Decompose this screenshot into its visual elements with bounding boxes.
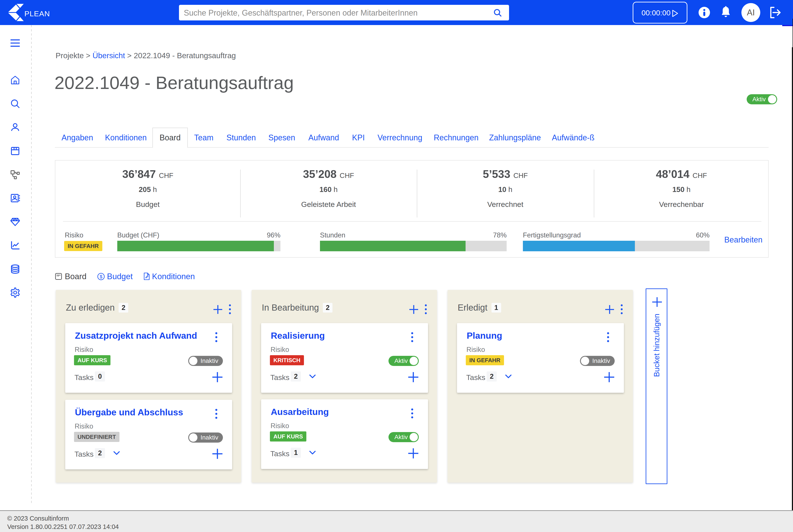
svg-text:$: $ [100, 274, 102, 279]
